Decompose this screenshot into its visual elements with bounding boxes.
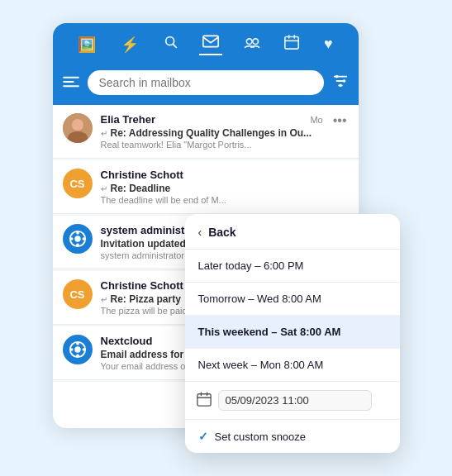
- svg-point-26: [82, 237, 85, 240]
- svg-point-31: [69, 348, 73, 351]
- back-chevron-icon: ‹: [198, 226, 202, 239]
- sender-name: Christine Schott: [101, 169, 183, 181]
- calendar-nav-icon[interactable]: [281, 33, 302, 55]
- email-preview: The deadline will be end of M...: [101, 195, 349, 205]
- avatar: CS: [63, 169, 93, 198]
- svg-point-32: [82, 348, 85, 351]
- email-content: Elia Treher Mo ↵ Re: Addressing Quality …: [101, 113, 323, 150]
- email-subject: Re: Deadline: [111, 183, 171, 194]
- search-area: [53, 64, 359, 105]
- avatar: [63, 335, 93, 364]
- date-picker-row: [185, 382, 400, 420]
- svg-line-1: [173, 44, 176, 47]
- email-subject-row: ↵ Re: Addressing Quality Challenges in O…: [101, 127, 323, 139]
- svg-point-4: [253, 39, 259, 45]
- svg-point-3: [246, 39, 252, 45]
- reply-icon: ↵: [101, 129, 107, 138]
- back-button[interactable]: ‹ Back: [185, 214, 400, 250]
- svg-rect-2: [203, 36, 218, 46]
- svg-point-29: [76, 342, 79, 345]
- custom-snooze-row[interactable]: ✓ Set custom snooze: [185, 420, 400, 453]
- email-preview: Real teamwork! Elia "Margot Portris...: [101, 140, 323, 150]
- email-header-row: Christine Schott: [101, 169, 349, 181]
- reply-icon: ↵: [101, 184, 107, 193]
- svg-rect-33: [197, 393, 210, 405]
- svg-point-15: [335, 74, 338, 78]
- back-label: Back: [208, 226, 236, 239]
- email-item[interactable]: CS Christine Schott ↵ Re: Deadline The d…: [53, 160, 359, 214]
- svg-point-17: [339, 83, 342, 87]
- snooze-popup: ‹ Back Later today – 6:00 PM Tomorrow – …: [185, 214, 400, 453]
- search-nav-icon[interactable]: [160, 33, 182, 55]
- mail-icon[interactable]: [199, 33, 222, 55]
- avatar: CS: [63, 279, 93, 309]
- check-icon: ✓: [198, 430, 208, 443]
- svg-point-25: [69, 237, 73, 240]
- email-subject: Re: Pizza party: [111, 293, 181, 305]
- svg-point-19: [72, 119, 83, 131]
- email-header-row: Elia Treher Mo: [101, 113, 323, 126]
- avatar: [63, 224, 93, 254]
- top-nav: 🖼️ ⚡: [53, 23, 359, 64]
- svg-rect-5: [285, 36, 298, 49]
- svg-point-22: [74, 236, 80, 241]
- snooze-option-later-today[interactable]: Later today – 6:00 PM: [185, 250, 400, 283]
- contacts-icon[interactable]: [240, 34, 264, 55]
- sender-name: Elia Treher: [101, 113, 155, 126]
- sender-name: Nextcloud: [101, 335, 153, 347]
- heart-icon[interactable]: ♥: [321, 34, 336, 55]
- snooze-option-next-week[interactable]: Next week – Mon 8:00 AM: [185, 349, 400, 382]
- date-input[interactable]: [218, 390, 372, 411]
- svg-point-28: [74, 346, 80, 352]
- svg-point-23: [76, 231, 79, 235]
- email-content: Christine Schott ↵ Re: Deadline The dead…: [101, 169, 349, 205]
- filter-icon[interactable]: [332, 74, 349, 93]
- calendar-icon: [197, 392, 212, 410]
- menu-icon[interactable]: [63, 74, 79, 92]
- app-container: 🖼️ ⚡: [53, 23, 400, 453]
- more-button[interactable]: •••: [331, 113, 349, 128]
- custom-snooze-label: Set custom snooze: [215, 431, 307, 443]
- snooze-option-this-weekend[interactable]: This weekend – Sat 8:00 AM: [185, 316, 400, 349]
- email-time: Mo: [310, 115, 322, 125]
- reply-icon: ↵: [101, 295, 107, 304]
- snooze-option-tomorrow[interactable]: Tomorrow – Wed 8:00 AM: [185, 283, 400, 316]
- lightning-icon[interactable]: ⚡: [117, 34, 142, 55]
- avatar: [63, 113, 93, 143]
- svg-point-16: [342, 79, 345, 83]
- svg-point-24: [76, 244, 79, 247]
- email-subject: Re: Addressing Quality Challenges in Ou.…: [111, 127, 312, 139]
- email-item[interactable]: Elia Treher Mo ↵ Re: Addressing Quality …: [53, 105, 359, 159]
- svg-point-30: [76, 355, 79, 358]
- sender-name: Christine Schott: [101, 279, 183, 292]
- email-subject-row: ↵ Re: Deadline: [101, 183, 349, 194]
- search-input[interactable]: [88, 70, 324, 95]
- image-icon[interactable]: 🖼️: [74, 34, 99, 55]
